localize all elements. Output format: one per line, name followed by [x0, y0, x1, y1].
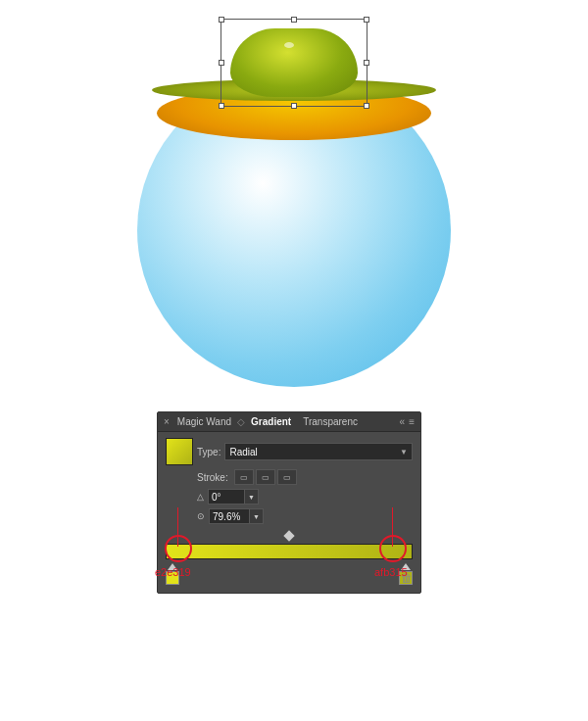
dropdown-arrow-icon: ▼ — [400, 448, 408, 457]
stroke-icon-2: ▭ — [262, 473, 270, 482]
aspect-icon: ⊙ — [197, 511, 205, 521]
left-label: e2e319 — [155, 566, 191, 578]
midpoint-row — [166, 530, 413, 542]
panel-area: × Magic Wand ◇ Gradient Transparenc « ≡ … — [0, 402, 588, 721]
titlebar-right: « ≡ — [400, 416, 415, 427]
right-circle — [379, 535, 407, 562]
aspect-value: 79.6% — [213, 511, 240, 522]
handle-tr[interactable] — [364, 17, 369, 23]
handle-tc[interactable] — [291, 17, 297, 23]
angle-arrow-icon: ▼ — [248, 494, 255, 501]
handle-tl[interactable] — [219, 17, 224, 23]
type-row: Type: Radial ▼ — [166, 438, 413, 465]
close-button[interactable]: × — [164, 416, 170, 427]
aspect-row: ⊙ 79.6% ▼ — [166, 508, 413, 524]
gradient-bar-row — [166, 544, 413, 559]
expand-icon[interactable]: « — [400, 416, 406, 427]
panel-menu-icon[interactable]: ≡ — [409, 416, 415, 427]
stroke-row: Stroke: ▭ ▭ ▭ — [166, 469, 413, 485]
tab-magic-wand[interactable]: Magic Wand — [173, 415, 235, 428]
illustration-area — [0, 0, 588, 402]
angle-dropdown-arrow[interactable]: ▼ — [245, 489, 259, 505]
gradient-bar[interactable] — [166, 544, 413, 559]
angle-row: △ 0° ▼ — [166, 489, 413, 505]
angle-triangle-icon: △ — [197, 492, 204, 502]
dome — [230, 28, 358, 97]
titlebar-left: × Magic Wand ◇ Gradient Transparenc — [164, 415, 362, 428]
type-label: Type: — [197, 447, 220, 457]
stroke-btn-1[interactable]: ▭ — [234, 469, 254, 485]
aspect-arrow-icon: ▼ — [253, 513, 260, 520]
stroke-label: Stroke: — [197, 472, 228, 483]
handle-ml[interactable] — [219, 60, 224, 66]
stroke-btn-3[interactable]: ▭ — [277, 469, 297, 485]
angle-input[interactable]: 0° — [208, 489, 245, 505]
stroke-icon-1: ▭ — [240, 473, 248, 482]
angle-value: 0° — [212, 492, 221, 503]
tab-separator: ◇ — [237, 416, 245, 427]
tab-transparency[interactable]: Transparenc — [299, 415, 362, 428]
stroke-icon-3: ▭ — [283, 473, 291, 482]
type-dropdown[interactable]: Radial ▼ — [224, 443, 413, 460]
right-label: afb315 — [374, 566, 408, 578]
panel-tabs: Magic Wand ◇ Gradient Transparenc — [173, 415, 362, 428]
tab-gradient[interactable]: Gradient — [247, 415, 295, 428]
gradient-swatch[interactable] — [166, 438, 193, 465]
left-circle — [165, 535, 192, 562]
aspect-dropdown-arrow[interactable]: ▼ — [250, 508, 264, 524]
dome-highlight — [284, 42, 294, 48]
stroke-btn-2[interactable]: ▭ — [256, 469, 275, 485]
midpoint-diamond-icon[interactable] — [283, 530, 294, 541]
aspect-input[interactable]: 79.6% — [209, 508, 250, 524]
handle-mr[interactable] — [364, 60, 369, 66]
scene — [108, 15, 480, 387]
type-value: Radial — [229, 447, 257, 457]
panel-titlebar: × Magic Wand ◇ Gradient Transparenc « ≡ — [158, 412, 420, 432]
